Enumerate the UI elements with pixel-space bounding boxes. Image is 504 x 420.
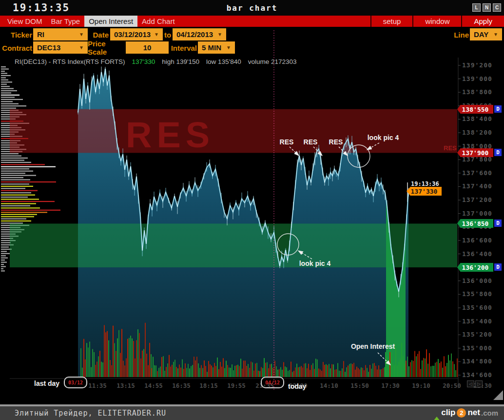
price-level-tag-res[interactable]: 138'550 — [457, 105, 493, 114]
last-day-label: last day — [34, 380, 59, 387]
scroll-left-button[interactable]: ◁ — [467, 380, 474, 387]
clip2net-net: net — [467, 408, 480, 418]
upload-arrow-icon — [433, 408, 440, 417]
last-day-date-capsule: 03/12 — [64, 377, 87, 388]
level-delete-button[interactable]: D — [494, 263, 502, 271]
today-label: today — [288, 382, 306, 390]
last-day-date: 03/12 — [68, 380, 83, 385]
current-bar-time: 19:13:36 — [411, 180, 439, 187]
status-text: Элитный Трейдер, ELITETRADER.RU — [15, 409, 166, 418]
clip2net-2-badge: 2 — [457, 408, 466, 418]
resize-grip[interactable] — [493, 390, 503, 400]
trading-terminal-window: RESRES 19:13:35 bar chart L N C View DOM… — [0, 0, 504, 420]
level-delete-button[interactable]: D — [494, 149, 502, 156]
current-price-tag[interactable]: 137'330 — [407, 187, 442, 196]
scroll-right-button[interactable]: ▷ — [475, 380, 483, 387]
clip2net-com: .com — [481, 409, 498, 417]
price-level-tag-sup[interactable]: 136'200 — [457, 263, 493, 272]
clip2net-logo[interactable]: clip 2 net .com — [433, 408, 498, 418]
status-bar: Элитный Трейдер, ELITETRADER.RU — [0, 406, 504, 420]
level-delete-button[interactable]: D — [494, 220, 502, 227]
price-level-tag-sup[interactable]: 136'850 — [457, 219, 493, 228]
clip2net-clip: clip — [441, 408, 455, 418]
today-date: 04/12 — [265, 380, 280, 385]
price-level-tag-res[interactable]: 137'900 — [457, 148, 493, 157]
level-delete-button[interactable]: D — [494, 105, 502, 113]
today-date-capsule: 04/12 — [261, 377, 284, 388]
